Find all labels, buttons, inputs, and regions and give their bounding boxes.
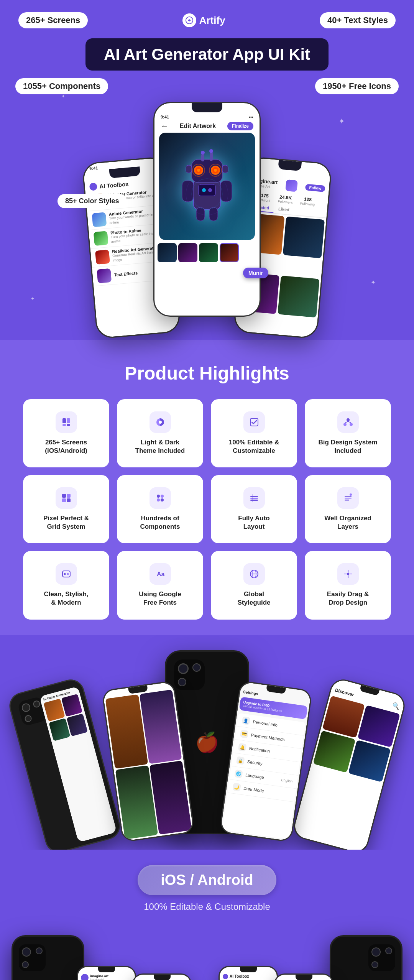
bottom-lens-3 xyxy=(22,961,29,968)
bottom-toolbox-logo xyxy=(223,974,228,979)
bottom-phone-edit: ← Edit Artwork Finalize xyxy=(132,973,192,980)
showcase-right-group: Settings Upgrade to PRO Get full access … xyxy=(230,669,380,834)
svg-point-56 xyxy=(67,573,69,575)
svg-rect-11 xyxy=(186,165,192,173)
highlight-card-0: 265+ Screens(iOS/Android) xyxy=(23,399,109,467)
phone-center-screen: 9:41 ▪▪▪ ← Edit Artwork Finalize xyxy=(154,103,260,316)
highlight-card-8: Clean, Stylish,& Modern xyxy=(23,551,109,619)
camera-lens-3 xyxy=(24,714,33,723)
phone-center-wrapper: 9:41 ▪▪▪ ← Edit Artwork Finalize xyxy=(161,102,253,317)
platform-subtitle: 100% Editable & Customizable xyxy=(8,901,406,912)
big-camera-bump xyxy=(174,659,205,690)
bottom-lens-2 xyxy=(36,947,43,954)
bottom-notch-2 xyxy=(154,975,171,980)
follow-button[interactable]: Follow xyxy=(305,184,325,192)
sparkle-2: ✦ xyxy=(61,94,65,99)
section-title: Product Highlights xyxy=(15,363,399,384)
bottom-phone-edit-2: ← Edit Artwork Finalize xyxy=(274,973,334,980)
logo: Artify xyxy=(182,13,225,27)
highlight-label-6: Fully AutoLayout xyxy=(238,514,269,531)
thumb-2[interactable] xyxy=(178,243,197,262)
bell-icon: 🔔 xyxy=(238,743,247,751)
logo-icon xyxy=(182,13,196,27)
svg-rect-40 xyxy=(62,498,66,502)
highlight-icon-5 xyxy=(150,487,171,509)
camera-lens-2 xyxy=(32,700,41,708)
svg-point-55 xyxy=(64,573,66,575)
svg-rect-21 xyxy=(199,184,215,196)
tool-avatar-5 xyxy=(97,268,112,283)
tab-liked[interactable]: Liked xyxy=(273,205,294,215)
highlight-card-4: Pixel Perfect &Grid System xyxy=(23,475,109,543)
page-header: 265+ Screens Artify 40+ Text Styles xyxy=(0,0,414,35)
svg-rect-27 xyxy=(67,418,70,423)
thumb-4[interactable] xyxy=(220,243,239,262)
bottom-edit-screen-2: ← Edit Artwork Finalize xyxy=(275,975,332,980)
svg-rect-38 xyxy=(62,494,66,498)
big-lens-3 xyxy=(178,678,186,686)
svg-point-61 xyxy=(347,573,349,575)
svg-point-34 xyxy=(343,423,347,426)
svg-point-53 xyxy=(350,493,352,496)
bottom-phone-profile: imagine.art Imagine Art 675Artwork 24.6K… xyxy=(77,966,136,980)
robot-artwork xyxy=(176,144,238,229)
artwork-canvas xyxy=(159,133,255,240)
tool-avatar-4 xyxy=(95,250,110,265)
svg-rect-26 xyxy=(62,418,66,423)
highlight-label-8: Clean, Stylish,& Modern xyxy=(44,590,88,607)
svg-point-16 xyxy=(209,149,213,153)
phone-center-notch xyxy=(192,103,222,112)
bottom-small-phones-right: AI Toolbox AI Avatar Generator Turn your… xyxy=(219,966,337,980)
big-lens-2 xyxy=(192,663,201,672)
bottom-profile-screen: imagine.art Imagine Art 675Artwork 24.6K… xyxy=(78,967,135,980)
highlight-label-3: Big Design SystemIncluded xyxy=(319,438,378,455)
bottom-edit-screen: ← Edit Artwork Finalize xyxy=(133,975,191,980)
svg-point-23 xyxy=(208,188,212,192)
toolbox-title: AI Toolbox xyxy=(99,180,129,189)
phone-center: 9:41 ▪▪▪ ← Edit Artwork Finalize xyxy=(153,102,261,317)
svg-point-44 xyxy=(157,498,160,502)
search-icon-discover[interactable]: 🔍 xyxy=(391,701,401,710)
svg-rect-15 xyxy=(210,152,213,161)
svg-point-43 xyxy=(161,495,164,498)
disc-item-4 xyxy=(348,740,391,782)
highlight-card-1: Light & DarkTheme Included xyxy=(117,399,203,467)
disc-item-2 xyxy=(358,705,400,747)
badge-color-styles: 85+ Color Styles xyxy=(58,194,127,208)
svg-rect-50 xyxy=(345,496,352,497)
bottom-phones-section: imagine.art Imagine Art 675Artwork 24.6K… xyxy=(0,927,414,980)
svg-line-36 xyxy=(345,421,348,423)
bottom-right-lens-2 xyxy=(385,947,392,954)
highlight-card-3: Big Design SystemIncluded xyxy=(305,399,391,467)
grid-item-4 xyxy=(278,275,319,317)
tool-avatar-3 xyxy=(94,231,108,246)
bottom-camera-bump xyxy=(19,944,46,971)
svg-rect-51 xyxy=(345,498,352,499)
platform-section: iOS / Android 100% Editable & Customizab… xyxy=(0,850,414,927)
settings-list: 👤 Personal Info 💳 Payment Methods 🔔 Noti… xyxy=(222,713,306,839)
bottom-avatar xyxy=(81,974,89,980)
highlight-label-11: Easily Drag &Drop Design xyxy=(327,590,369,607)
svg-rect-52 xyxy=(345,500,349,501)
svg-rect-12 xyxy=(222,165,228,173)
highlight-icon-1 xyxy=(150,411,171,433)
highlight-card-2: 100% Editable &Customizable xyxy=(211,399,297,467)
finalize-button[interactable]: Finalize xyxy=(227,122,253,130)
highlight-icon-2 xyxy=(243,411,265,433)
bottom-toolbox-screen: AI Toolbox AI Avatar Generator Turn your… xyxy=(220,967,277,980)
highlight-card-6: Fully AutoLayout xyxy=(211,475,297,543)
showcase-left-group: AI Avatar Generator xyxy=(34,669,184,834)
bottom-toolbox-title: AI Toolbox xyxy=(230,974,249,978)
highlight-icon-11 xyxy=(337,563,359,585)
thumb-1[interactable] xyxy=(158,243,177,262)
profile-avatar xyxy=(285,179,298,192)
highlight-icon-7 xyxy=(337,487,359,509)
svg-rect-49 xyxy=(252,494,253,502)
language-icon: 🌐 xyxy=(234,770,243,778)
sparkle-1: ✦ xyxy=(23,82,30,91)
highlight-icon-10 xyxy=(243,563,265,585)
highlight-icon-8 xyxy=(56,563,77,585)
svg-point-22 xyxy=(202,188,206,192)
thumb-3[interactable] xyxy=(199,243,218,262)
svg-rect-28 xyxy=(62,424,66,426)
